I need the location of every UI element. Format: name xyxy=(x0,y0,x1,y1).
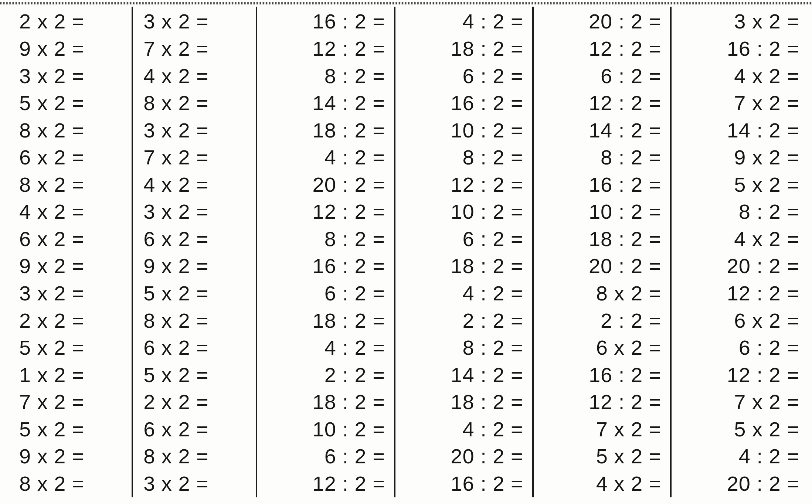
problem-cell: 12 : 2 = xyxy=(257,470,394,498)
problem-cell: 3 x 2 = xyxy=(133,470,256,498)
problem-cell: 3 x 2 = xyxy=(9,62,132,90)
problem-cell: 8 x 2 = xyxy=(133,443,256,470)
problem-cell: 4 : 2 = xyxy=(257,144,394,171)
problem-cell: 4 x 2 = xyxy=(534,470,670,498)
problem-cell: 9 x 2 = xyxy=(9,443,132,470)
problem-cell: 8 : 2 = xyxy=(395,144,532,171)
problem-cell: 5 x 2 = xyxy=(9,90,132,117)
problem-cell: 8 x 2 = xyxy=(9,171,132,198)
problem-cell: 7 x 2 = xyxy=(133,35,256,63)
problem-cell: 4 x 2 = xyxy=(133,171,256,198)
problem-cell: 20 : 2 = xyxy=(534,8,670,35)
problem-cell: 3 x 2 = xyxy=(133,8,256,35)
problem-cell: 7 x 2 = xyxy=(672,90,808,117)
problem-cell: 2 : 2 = xyxy=(257,361,394,389)
problem-cell: 6 x 2 = xyxy=(534,334,670,362)
problem-cell: 14 : 2 = xyxy=(534,117,670,144)
problem-cell: 16 : 2 = xyxy=(395,90,532,117)
problem-cell: 10 : 2 = xyxy=(257,416,394,443)
problem-cell: 12 : 2 = xyxy=(534,35,670,63)
problem-column: 3 x 2 =7 x 2 =4 x 2 =8 x 2 =3 x 2 =7 x 2… xyxy=(132,7,256,497)
problem-cell: 12 : 2 = xyxy=(672,280,808,307)
problem-cell: 10 : 2 = xyxy=(534,198,670,226)
problem-cell: 6 x 2 = xyxy=(672,307,808,334)
problem-cell: 9 x 2 = xyxy=(672,144,808,171)
problem-cell: 7 x 2 = xyxy=(672,389,808,416)
problem-column: 20 : 2 =12 : 2 =6 : 2 =12 : 2 =14 : 2 =8… xyxy=(532,7,670,497)
problem-cell: 8 : 2 = xyxy=(672,198,808,226)
problem-cell: 8 x 2 = xyxy=(534,280,670,307)
problem-cell: 9 x 2 = xyxy=(9,35,132,63)
problem-cell: 8 : 2 = xyxy=(257,226,394,253)
problem-cell: 4 : 2 = xyxy=(672,443,808,470)
problem-cell: 16 : 2 = xyxy=(534,171,670,198)
problem-cell: 14 : 2 = xyxy=(257,90,394,117)
problem-cell: 7 x 2 = xyxy=(133,144,256,171)
problem-cell: 20 : 2 = xyxy=(672,253,808,280)
problem-column: 16 : 2 =12 : 2 =8 : 2 =14 : 2 =18 : 2 =4… xyxy=(256,7,394,497)
problem-cell: 5 x 2 = xyxy=(133,361,256,389)
problem-cell: 7 x 2 = xyxy=(534,416,670,443)
problem-cell: 2 x 2 = xyxy=(9,307,132,334)
problem-cell: 12 : 2 = xyxy=(257,35,394,63)
problem-cell: 8 x 2 = xyxy=(9,117,132,144)
problem-cell: 16 : 2 = xyxy=(395,470,532,498)
problem-cell: 14 : 2 = xyxy=(672,117,808,144)
problem-cell: 20 : 2 = xyxy=(672,470,808,498)
problem-cell: 10 : 2 = xyxy=(395,198,532,226)
problem-cell: 5 x 2 = xyxy=(672,416,808,443)
problem-cell: 4 x 2 = xyxy=(9,198,132,226)
problem-cell: 3 x 2 = xyxy=(672,8,808,35)
problem-cell: 6 x 2 = xyxy=(133,416,256,443)
problem-cell: 4 x 2 = xyxy=(133,62,256,90)
problem-cell: 5 x 2 = xyxy=(9,334,132,362)
problem-cell: 3 x 2 = xyxy=(9,280,132,307)
problem-cell: 5 x 2 = xyxy=(672,171,808,198)
problem-cell: 18 : 2 = xyxy=(395,35,532,63)
problem-cell: 9 x 2 = xyxy=(133,253,256,280)
problem-cell: 5 x 2 = xyxy=(133,280,256,307)
problem-cell: 6 : 2 = xyxy=(395,226,532,253)
problem-cell: 12 : 2 = xyxy=(534,90,670,117)
problem-cell: 6 : 2 = xyxy=(534,62,670,90)
problem-cell: 8 : 2 = xyxy=(395,334,532,362)
problem-cell: 1 x 2 = xyxy=(9,361,132,389)
problem-cell: 4 x 2 = xyxy=(672,62,808,90)
problem-cell: 16 : 2 = xyxy=(672,35,808,63)
problem-cell: 4 : 2 = xyxy=(257,334,394,362)
problem-cell: 6 : 2 = xyxy=(395,62,532,90)
problem-cell: 8 x 2 = xyxy=(9,470,132,498)
problem-cell: 10 : 2 = xyxy=(395,117,532,144)
problem-cell: 18 : 2 = xyxy=(395,253,532,280)
worksheet-page: 2 x 2 =9 x 2 =3 x 2 =5 x 2 =8 x 2 =6 x 2… xyxy=(0,0,812,504)
problem-cell: 3 x 2 = xyxy=(133,198,256,226)
problem-cell: 4 : 2 = xyxy=(395,416,532,443)
problem-cell: 14 : 2 = xyxy=(395,361,532,389)
problem-cell: 6 : 2 = xyxy=(257,280,394,307)
problem-cell: 4 : 2 = xyxy=(395,8,532,35)
problem-cell: 8 x 2 = xyxy=(133,307,256,334)
problem-cell: 6 : 2 = xyxy=(257,443,394,470)
problem-cell: 2 : 2 = xyxy=(395,307,532,334)
problem-cell: 7 x 2 = xyxy=(9,389,132,416)
problem-cell: 5 x 2 = xyxy=(534,443,670,470)
problem-cell: 9 x 2 = xyxy=(9,253,132,280)
problem-column: 3 x 2 =16 : 2 =4 x 2 =7 x 2 =14 : 2 =9 x… xyxy=(670,7,808,497)
problem-cell: 8 : 2 = xyxy=(534,144,670,171)
problem-column: 2 x 2 =9 x 2 =3 x 2 =5 x 2 =8 x 2 =6 x 2… xyxy=(9,7,132,497)
problem-cell: 6 : 2 = xyxy=(672,334,808,362)
problem-cell: 6 x 2 = xyxy=(133,334,256,362)
problem-cell: 2 : 2 = xyxy=(534,307,670,334)
problem-cell: 18 : 2 = xyxy=(257,389,394,416)
problem-cell: 2 x 2 = xyxy=(9,8,132,35)
problem-cell: 20 : 2 = xyxy=(395,443,532,470)
problem-cell: 20 : 2 = xyxy=(534,253,670,280)
problem-cell: 18 : 2 = xyxy=(395,389,532,416)
problem-cell: 18 : 2 = xyxy=(257,117,394,144)
problem-cell: 12 : 2 = xyxy=(257,198,394,226)
top-rule xyxy=(0,2,812,4)
problem-cell: 18 : 2 = xyxy=(534,226,670,253)
problem-cell: 16 : 2 = xyxy=(257,253,394,280)
problem-cell: 20 : 2 = xyxy=(257,171,394,198)
problem-cell: 4 x 2 = xyxy=(672,226,808,253)
